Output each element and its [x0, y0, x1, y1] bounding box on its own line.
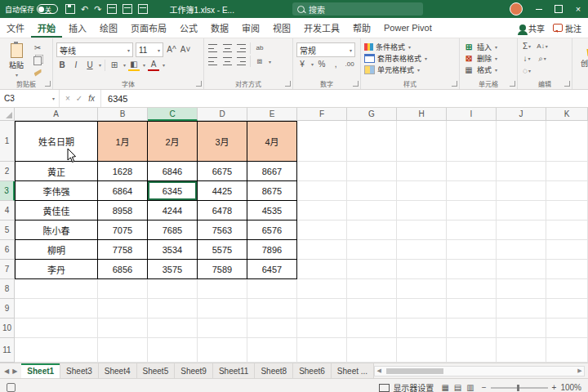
row-header-9[interactable]: 9: [0, 299, 15, 318]
list-icon[interactable]: [122, 4, 132, 14]
ribbon-tab-绘图[interactable]: 绘图: [93, 18, 124, 38]
merge-center-button[interactable]: ⧈: [254, 56, 265, 67]
zoom-in-icon[interactable]: +: [552, 383, 557, 392]
cell-H6[interactable]: [397, 240, 447, 260]
cell-A2[interactable]: 黄正: [15, 162, 98, 181]
restore-button[interactable]: [549, 0, 568, 18]
cell-K4[interactable]: [546, 201, 588, 220]
autosave-switch[interactable]: 关: [37, 4, 58, 14]
grow-font-button[interactable]: A^: [166, 45, 177, 56]
close-button[interactable]: ×: [568, 0, 588, 18]
cells-dialog-launcher[interactable]: [510, 81, 515, 87]
cell-I7[interactable]: [447, 260, 497, 279]
cell-G7[interactable]: [347, 260, 397, 279]
bold-button[interactable]: B: [56, 60, 68, 70]
cell-J11[interactable]: [497, 338, 546, 363]
copy-button[interactable]: [32, 56, 43, 66]
row-header-11[interactable]: 11: [0, 338, 15, 363]
cell-E9[interactable]: [247, 299, 297, 318]
cell-B7[interactable]: 6856: [98, 260, 148, 279]
cell-D3[interactable]: 4425: [198, 181, 247, 201]
cell-A4[interactable]: 黄佳佳: [15, 201, 98, 220]
fill-color-button[interactable]: ◧: [128, 59, 140, 71]
cell-I1[interactable]: [447, 121, 497, 162]
ribbon-tab-开发工具[interactable]: 开发工具: [297, 18, 346, 38]
cell-G6[interactable]: [347, 240, 397, 260]
next-sheet-icon[interactable]: ▶: [12, 368, 17, 375]
cell-H9[interactable]: [397, 299, 447, 318]
autosave-toggle[interactable]: 自动保存 关: [5, 4, 58, 15]
row-header-6[interactable]: 6: [0, 240, 15, 260]
sheet-tab-Sheet8[interactable]: Sheet8: [255, 363, 293, 378]
ideas-button[interactable]: 创意: [576, 41, 588, 77]
cell-D9[interactable]: [198, 299, 247, 318]
sheet-tab-Sheet1[interactable]: Sheet1: [21, 363, 60, 378]
cell-E8[interactable]: [247, 279, 297, 299]
ribbon-tab-视图[interactable]: 视图: [266, 18, 297, 38]
cell-F11[interactable]: [297, 338, 347, 363]
row-header-5[interactable]: 5: [0, 220, 15, 240]
format-as-table-button[interactable]: 套用表格格式▾: [364, 53, 456, 64]
normal-view-icon[interactable]: ▦: [441, 383, 448, 392]
cell-A11[interactable]: [15, 338, 98, 363]
cell-J1[interactable]: [497, 121, 546, 162]
user-avatar[interactable]: [510, 2, 523, 16]
cell-C7[interactable]: 3575: [148, 260, 198, 279]
cell-C5[interactable]: 7685: [148, 220, 198, 240]
cell-H3[interactable]: [397, 181, 447, 201]
row-header-4[interactable]: 4: [0, 201, 15, 220]
column-header-F[interactable]: F: [297, 108, 347, 121]
cell-E7[interactable]: 6457: [247, 260, 297, 279]
align-left-button[interactable]: [207, 56, 219, 67]
insert-function-icon[interactable]: fx: [88, 94, 95, 103]
scrollbar-thumb[interactable]: [386, 368, 443, 374]
cell-A3[interactable]: 李伟强: [15, 181, 98, 201]
cell-J9[interactable]: [497, 299, 546, 318]
cell-A6[interactable]: 柳明: [15, 240, 98, 260]
cell-E1[interactable]: 4月: [247, 121, 297, 162]
cell-K1[interactable]: [546, 121, 588, 162]
row-header-10[interactable]: 10: [0, 318, 15, 338]
cell-J5[interactable]: [497, 220, 546, 240]
cell-G11[interactable]: [347, 338, 397, 363]
cell-F4[interactable]: [297, 201, 347, 220]
alignment-dialog-launcher[interactable]: [285, 81, 291, 87]
search-input[interactable]: 搜索: [292, 2, 423, 16]
cell-F5[interactable]: [297, 220, 347, 240]
font-color-button[interactable]: A: [148, 59, 159, 71]
cell-H11[interactable]: [397, 338, 447, 363]
ribbon-tab-帮助[interactable]: 帮助: [346, 18, 377, 38]
cell-K8[interactable]: [546, 279, 588, 299]
cell-C10[interactable]: [148, 318, 198, 338]
find-select-button[interactable]: ⌕▾: [537, 53, 548, 64]
cell-F2[interactable]: [297, 162, 347, 181]
cell-I3[interactable]: [447, 181, 497, 201]
name-box[interactable]: C3▾: [0, 90, 60, 107]
cell-H7[interactable]: [397, 260, 447, 279]
cell-F1[interactable]: [297, 121, 347, 162]
row-header-8[interactable]: 8: [0, 279, 15, 299]
cell-C2[interactable]: 6846: [148, 162, 198, 181]
borders-button[interactable]: ⊞: [109, 60, 120, 70]
cell-H5[interactable]: [397, 220, 447, 240]
italic-button[interactable]: I: [70, 60, 82, 70]
column-header-H[interactable]: H: [397, 108, 447, 121]
styles-dialog-launcher[interactable]: [452, 81, 457, 87]
percent-style-button[interactable]: %: [316, 59, 327, 69]
cell-F7[interactable]: [297, 260, 347, 279]
column-header-G[interactable]: G: [347, 108, 397, 121]
delete-cells-button[interactable]: ⊠删除▾: [463, 53, 514, 64]
cell-G9[interactable]: [347, 299, 397, 318]
cell-A9[interactable]: [15, 299, 98, 318]
font-name-select[interactable]: 等线▾: [56, 42, 133, 57]
cell-C6[interactable]: 3534: [148, 240, 198, 260]
ribbon-tab-插入[interactable]: 插入: [62, 18, 93, 38]
page-layout-view-icon[interactable]: ▤: [454, 383, 461, 392]
customize-toolbar-icon[interactable]: [138, 4, 148, 14]
row-header-2[interactable]: 2: [0, 162, 15, 181]
zoom-slider-knob[interactable]: [517, 385, 519, 391]
zoom-slider[interactable]: [491, 387, 548, 389]
cell-C11[interactable]: [148, 338, 198, 363]
conditional-formatting-button[interactable]: 条件格式▾: [364, 42, 456, 52]
scroll-right-icon[interactable]: ▶: [576, 368, 584, 374]
